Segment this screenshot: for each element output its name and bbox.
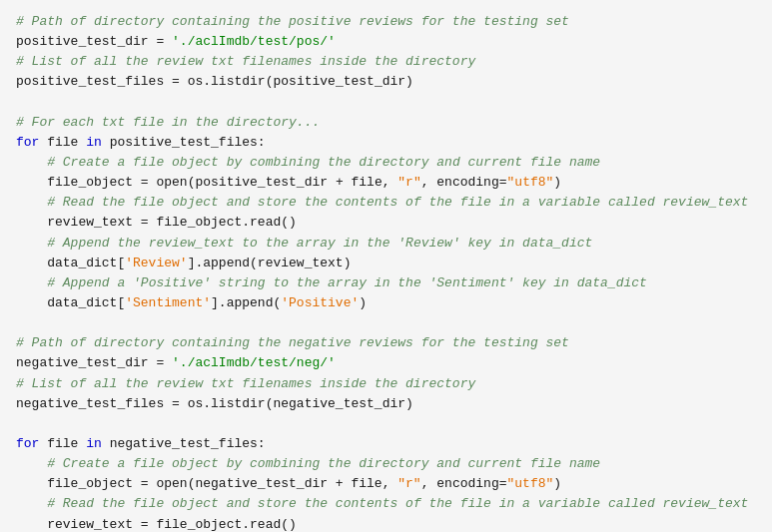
code-line: # For each txt file in the directory... [16,113,756,133]
code-token: './aclImdb/test/neg/' [172,355,336,370]
code-token: in [86,436,102,451]
code-token: # For each txt file in the directory... [16,115,320,130]
code-token: # Append the review_text to the array in… [47,236,592,251]
code-token: , encoding= [421,175,507,190]
code-token: , encoding= [421,476,507,491]
code-editor: # Path of directory containing the posit… [0,0,772,532]
code-line: # List of all the review txt filenames i… [16,52,756,72]
code-token: for [16,436,39,451]
code-token: data_dict[ [16,295,125,310]
code-token: "r" [397,476,420,491]
code-token: (positive_test_dir + file, [188,175,398,190]
code-token: review_text = file_object.read() [16,517,297,532]
code-token: negative_test_dir [16,355,149,370]
code-token: file_object = open(negative_test_dir + f… [16,476,397,491]
code-token: "r" [397,175,420,190]
code-token: = [149,355,172,370]
code-token: . [203,74,211,89]
code-token: # Read the file object and store the con… [47,195,748,210]
code-token: listdir [211,74,266,89]
code-line: data_dict['Sentiment'].append('Positive'… [16,293,756,313]
code-token: './aclImdb/test/pos/' [172,34,336,49]
code-line: for file in positive_test_files: [16,133,756,153]
code-token: # Create a file object by combining the … [47,155,600,170]
code-line: review_text = file_object.read() [16,515,756,532]
code-token: os.listdir(negative_test_dir) [188,396,413,411]
code-token: os [188,74,204,89]
code-token: negative_test_files: [102,436,266,451]
code-token: "utf8" [507,175,554,190]
code-token: 'Positive' [281,295,359,310]
code-token: open [156,175,187,190]
code-token: in [86,135,102,150]
code-token: positive_test_dir [16,34,149,49]
code-token: # List of all the review txt filenames i… [16,54,475,69]
code-token: # Path of directory containing the posit… [16,14,569,29]
code-line: for file in negative_test_files: [16,434,756,454]
code-token: # Create a file object by combining the … [47,456,600,471]
code-token: = [164,74,187,89]
code-token [16,275,47,290]
code-line [16,414,756,434]
code-token: = [164,396,187,411]
code-token: ].append(review_text) [188,256,352,270]
code-line: # Append the review_text to the array in… [16,234,756,254]
code-token: 'Review' [125,256,187,270]
code-token: for [16,135,39,150]
code-token [16,155,47,170]
code-line: file_object = open(positive_test_dir + f… [16,173,756,193]
code-line: # Create a file object by combining the … [16,153,756,173]
code-token: file [39,135,86,150]
code-line: positive_test_dir = './aclImdb/test/pos/… [16,32,756,52]
code-token: ) [553,175,561,190]
code-token [16,456,47,471]
code-token: negative_test_files [16,396,164,411]
code-line: positive_test_files = os.listdir(positiv… [16,72,756,92]
code-token: = [149,34,172,49]
code-line: # Path of directory containing the negat… [16,333,756,353]
code-line: data_dict['Review'].append(review_text) [16,254,756,273]
code-line: # Create a file object by combining the … [16,454,756,474]
code-token: # Read the file object and store the con… [47,496,748,511]
code-line: negative_test_files = os.listdir(negativ… [16,394,756,414]
code-token: # Append a 'Positive' string to the arra… [47,275,647,290]
code-line [16,93,756,113]
code-token: # List of all the review txt filenames i… [16,376,475,391]
code-token [16,236,47,251]
code-token [16,496,47,511]
code-line: negative_test_dir = './aclImdb/test/neg/… [16,353,756,373]
code-line: file_object = open(negative_test_dir + f… [16,474,756,494]
code-line: review_text = file_object.read() [16,213,756,233]
code-line: # Append a 'Positive' string to the arra… [16,273,756,293]
code-line: # Read the file object and store the con… [16,193,756,213]
code-token: file [39,436,86,451]
code-token: data_dict[ [16,256,125,270]
code-token: review_text = file_object.read() [16,215,297,230]
code-token: file_object = [16,175,156,190]
code-token [16,195,47,210]
code-line [16,313,756,333]
code-token: ) [359,295,367,310]
code-line: # Path of directory containing the posit… [16,12,756,32]
code-token: ].append( [211,295,281,310]
code-line: # Read the file object and store the con… [16,494,756,514]
code-token: 'Sentiment' [125,295,211,310]
code-token: ) [553,476,561,491]
code-token: "utf8" [507,476,554,491]
code-token: # Path of directory containing the negat… [16,335,569,350]
code-token: positive_test_files [16,74,164,89]
code-token: (positive_test_dir) [266,74,413,89]
code-token: positive_test_files: [102,135,266,150]
code-line: # List of all the review txt filenames i… [16,374,756,394]
